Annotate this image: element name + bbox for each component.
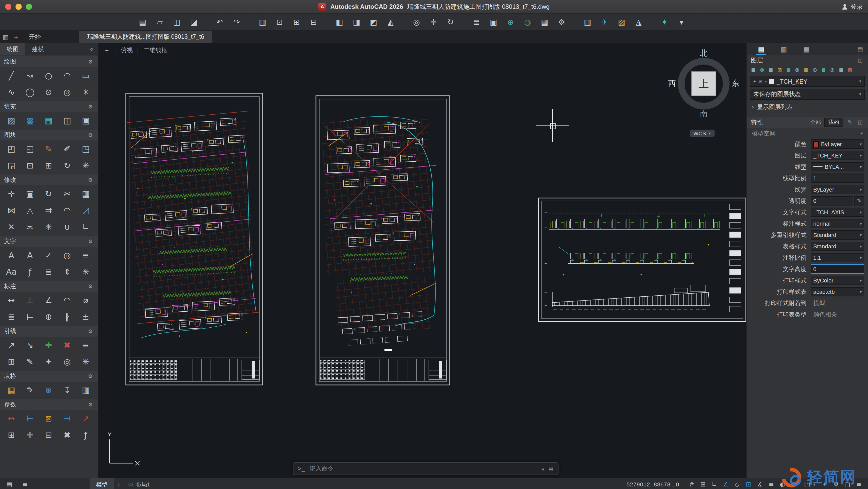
continue-dimension-icon[interactable]: ⊨ [22, 310, 38, 324]
close-window-button[interactable] [5, 4, 11, 10]
property-value[interactable]: 1 [811, 173, 864, 183]
measure-icon[interactable]: ∟ [78, 220, 94, 234]
open-icon[interactable]: ▱ [153, 17, 166, 28]
dropdown-caret-icon[interactable]: ▾ [860, 244, 862, 249]
dropdown-caret-icon[interactable]: ▾ [860, 187, 862, 192]
trim-icon[interactable]: ✂ [59, 187, 75, 201]
layer-match-icon[interactable]: ⊕ [811, 66, 818, 74]
layer-lock-icon[interactable]: ▪ [765, 79, 767, 84]
tab-start[interactable]: 开始 [21, 31, 49, 43]
property-value[interactable]: BYLA...▾ [811, 162, 864, 171]
ellipse-icon[interactable]: ◯ [22, 85, 38, 99]
autodesk-docs-icon[interactable]: ◍ [521, 17, 534, 28]
draw-more-icon[interactable]: ✳ [78, 85, 94, 99]
solid-fill-icon[interactable]: ▩ [22, 113, 38, 128]
layer-lock-icon[interactable]: ⊠ [776, 66, 783, 74]
join-icon[interactable]: ∪ [59, 220, 75, 234]
spline-icon[interactable]: ∿ [3, 85, 20, 99]
scale-icon[interactable]: △ [22, 203, 38, 218]
isometric-drafting-icon[interactable]: ◇ [732, 479, 742, 489]
linear-parameter-icon[interactable]: ↔ [3, 412, 20, 425]
named-views-icon[interactable]: ◨ [350, 17, 363, 28]
viewports-icon[interactable]: ◧ [333, 17, 346, 28]
login-button[interactable]: 登录 [842, 2, 863, 11]
panel-overflow-icon[interactable]: ▤ [856, 45, 864, 53]
redo-icon[interactable]: ↷ [230, 17, 243, 28]
export-table-icon[interactable]: ↧ [59, 383, 75, 397]
text-columns-icon[interactable]: ≡ [78, 248, 94, 262]
grid-display-icon[interactable]: # [686, 479, 697, 489]
orbit-icon[interactable]: ↻ [444, 17, 457, 28]
assistant-menu-icon[interactable]: ▾ [675, 17, 688, 28]
object-snap-tracking-icon[interactable]: ∡ [754, 479, 765, 489]
layer-off-icon[interactable]: ≣ [750, 66, 757, 74]
offset-icon[interactable]: ≍ [22, 220, 38, 234]
insert-field-icon[interactable]: ƒ [22, 265, 38, 279]
property-value[interactable]: ByLayer▾ [811, 185, 864, 194]
dropdown-caret-icon[interactable]: ▾ [859, 92, 861, 97]
new-tab-button[interactable]: ＋ [11, 31, 21, 43]
layer-unlock-icon[interactable]: ≣ [802, 66, 810, 74]
markup-import-icon[interactable]: ▨ [615, 17, 628, 28]
share-drawing-icon[interactable]: ✈ [598, 17, 611, 28]
compass-west[interactable]: 西 [668, 79, 676, 89]
line-icon[interactable]: ╱ [3, 69, 20, 83]
command-input[interactable]: 键入命令 [310, 465, 334, 472]
angular-dimension-icon[interactable]: ∠ [40, 293, 57, 307]
new-drawing-icon[interactable]: ▤ [136, 17, 149, 28]
copy-icon[interactable]: ▣ [22, 187, 38, 201]
drawing-compare-icon[interactable]: ◮ [632, 17, 645, 28]
layer-properties-icon[interactable]: ≣ [470, 17, 483, 28]
leader-icon[interactable]: ↘ [22, 338, 38, 352]
properties-palette-icon[interactable]: ▥ [779, 43, 789, 55]
layer-walk-icon[interactable]: ⊚ [829, 66, 836, 74]
tolerance-icon[interactable]: ± [78, 310, 94, 324]
write-block-icon[interactable]: ◲ [3, 159, 20, 172]
viewport-menu-icon[interactable]: ＋ [104, 46, 110, 54]
palette-section-settings-icon[interactable]: ⚙ [87, 328, 94, 335]
rotate-icon[interactable]: ↻ [40, 187, 57, 201]
collapse-palette-icon[interactable]: « [86, 43, 98, 55]
multiline-text-icon[interactable]: A [3, 248, 20, 262]
baseline-dimension-icon[interactable]: ≣ [3, 310, 20, 324]
hide-constraints-icon[interactable]: ⊟ [40, 428, 57, 442]
cui-icon[interactable]: ⚙ [555, 17, 568, 28]
lineweight-display-icon[interactable]: ≡ [766, 479, 776, 489]
tables-palette-icon[interactable]: ▦ [801, 43, 812, 55]
leader-more-icon[interactable]: ✳ [78, 355, 94, 369]
array-icon[interactable]: ▦ [78, 187, 94, 201]
multileader-icon[interactable]: ↗ [3, 338, 20, 352]
check-spelling-icon[interactable]: ✓ [40, 248, 57, 262]
plot-preview-icon[interactable]: ⊡ [273, 17, 286, 28]
find-text-icon[interactable]: ◎ [59, 248, 75, 262]
boundary-icon[interactable]: ◫ [59, 113, 75, 128]
tab-overview-icon[interactable]: ▦ [0, 31, 11, 43]
layers-palette-icon[interactable]: ▤ [756, 43, 766, 55]
transparency-picker-icon[interactable]: ✎ [854, 196, 864, 205]
property-value[interactable]: Standard▾ [811, 230, 864, 239]
property-value[interactable]: _TCH_KEY▾ [811, 151, 864, 160]
viewport-view-label[interactable]: 俯视 [121, 46, 132, 54]
palette-section-settings-icon[interactable]: ⚙ [87, 238, 94, 245]
add-leader-icon[interactable]: ✚ [40, 338, 57, 352]
palette-section-settings-icon[interactable]: ⚙ [87, 103, 94, 110]
horizontal-constraint-icon[interactable]: ⊢ [22, 412, 38, 425]
compass-top-face[interactable]: 上 [692, 72, 716, 96]
undo-icon[interactable]: ↶ [213, 17, 226, 28]
match-properties-icon[interactable]: ▣ [487, 17, 500, 28]
layer-on-icon[interactable]: ● [753, 79, 756, 84]
tool-palettes-icon[interactable]: ▥ [581, 17, 594, 28]
ortho-mode-icon[interactable]: ∟ [709, 479, 719, 489]
property-value[interactable]: ByLayer▾ [811, 139, 864, 149]
sync-attributes-icon[interactable]: ↻ [59, 159, 75, 172]
command-customize-icon[interactable]: ▤ [549, 466, 553, 471]
save-as-icon[interactable]: ◪ [188, 17, 200, 28]
publish-icon[interactable]: ⊟ [307, 17, 320, 28]
auto-constrain-icon[interactable]: ✛ [22, 428, 38, 442]
compass-north[interactable]: 北 [700, 48, 708, 58]
layer-on-icon[interactable]: ≣ [785, 66, 792, 74]
align-leaders-icon[interactable]: ≡ [78, 338, 94, 352]
plot-icon[interactable]: ▥ [256, 17, 269, 28]
attach-reference-icon[interactable]: ⊞ [40, 159, 57, 172]
radius-dimension-icon[interactable]: ◠ [59, 293, 75, 307]
